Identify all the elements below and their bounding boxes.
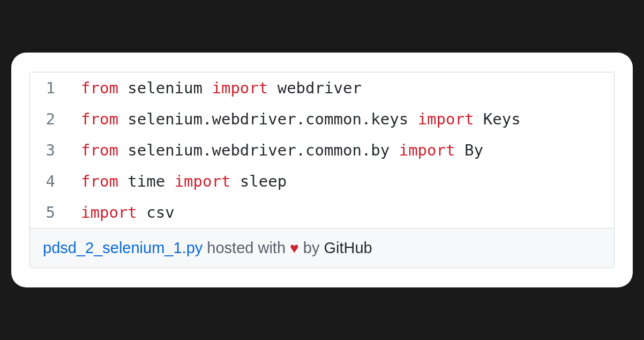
code-card: 1from selenium import webdriver2from sel… bbox=[11, 53, 633, 287]
code-line: 4from time import sleep bbox=[30, 166, 614, 197]
line-content[interactable]: from selenium.webdriver.common.by import… bbox=[81, 141, 483, 159]
line-content[interactable]: from selenium.webdriver.common.keys impo… bbox=[81, 110, 521, 128]
github-link[interactable]: GitHub bbox=[324, 239, 372, 256]
code-area: 1from selenium import webdriver2from sel… bbox=[30, 72, 614, 228]
line-number[interactable]: 3 bbox=[30, 141, 81, 159]
hosted-with-text: hosted with bbox=[203, 239, 290, 256]
code-line: 2from selenium.webdriver.common.keys imp… bbox=[30, 104, 614, 135]
line-content[interactable]: import csv bbox=[81, 203, 175, 221]
heart-icon: ♥ bbox=[290, 240, 299, 256]
gist-container: 1from selenium import webdriver2from sel… bbox=[29, 72, 615, 268]
line-number[interactable]: 4 bbox=[30, 172, 81, 190]
line-content[interactable]: from selenium import webdriver bbox=[81, 79, 362, 97]
gist-filename-link[interactable]: pdsd_2_selenium_1.py bbox=[43, 239, 203, 256]
line-number[interactable]: 5 bbox=[30, 203, 81, 221]
line-number[interactable]: 2 bbox=[30, 110, 81, 128]
line-content[interactable]: from time import sleep bbox=[81, 172, 287, 190]
code-line: 3from selenium.webdriver.common.by impor… bbox=[30, 135, 614, 166]
gist-footer: pdsd_2_selenium_1.py hosted with ♥ by Gi… bbox=[30, 228, 614, 268]
code-line: 1from selenium import webdriver bbox=[30, 72, 614, 104]
code-line: 5import csv bbox=[30, 197, 614, 228]
by-text: by bbox=[299, 239, 324, 256]
line-number[interactable]: 1 bbox=[30, 79, 81, 97]
